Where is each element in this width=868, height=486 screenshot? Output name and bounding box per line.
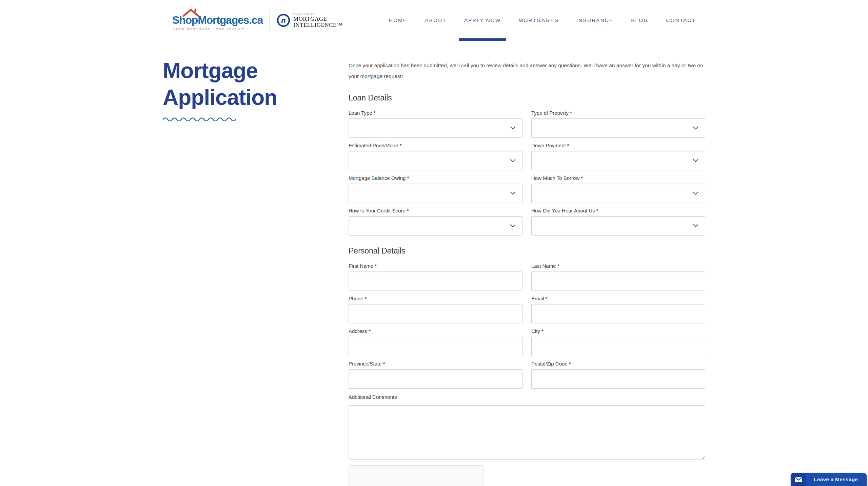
required-marker: * [375,263,377,269]
partially-visible-form-element[interactable] [349,465,484,486]
site-logo[interactable]: ShopMortgages.ca YOUR MORTGAGE · OUR FOC… [172,10,342,31]
title-column: MortgageApplication [163,57,322,486]
nav-item-about[interactable]: ABOUT [425,0,446,41]
required-marker: * [581,175,583,181]
field-how-is-your-credit-score: How Is Your Credit Score* [349,208,522,236]
required-marker: * [383,361,385,367]
phone-input[interactable] [349,304,522,323]
field-province-state: Province/State* [349,361,522,389]
mortgage-balance-owing-label: Mortgage Balance Owing* [349,175,522,181]
logo-divider [270,10,270,31]
required-marker: * [541,328,544,334]
circle-n-logo: n [277,14,290,27]
site-header: ShopMortgages.ca YOUR MORTGAGE · OUR FOC… [0,0,868,41]
email-input[interactable] [531,304,705,323]
svg-text:n: n [281,16,286,25]
required-marker: * [569,361,571,367]
field-postal-zip-code: Postal/Zip Code* [531,361,705,389]
required-marker: * [407,175,409,181]
address-input[interactable] [349,337,522,356]
required-marker: * [557,263,559,269]
city-label: City* [531,328,705,334]
how-much-to-borrow-select[interactable] [531,184,705,203]
comments-field: Additional Comments [349,394,705,461]
nav-item-apply-now[interactable]: APPLY NOW [464,0,501,41]
mortgage-balance-owing-select[interactable] [349,184,522,203]
field-estimated-price-value: Estimated Price/Value* [349,143,522,170]
field-mortgage-balance-owing: Mortgage Balance Owing* [349,175,522,203]
nav-item-home[interactable]: HOME [389,0,408,41]
powered-by-text: POWERED BY [293,13,342,15]
required-marker: * [364,296,367,301]
loan-details-heading: Loan Details [349,93,705,102]
province-state-input[interactable] [349,369,522,389]
field-first-name: First Name* [349,263,522,291]
personal-details-heading: Personal Details [349,246,705,256]
province-state-label: Province/State* [349,361,522,367]
postal-zip-code-label: Postal/Zip Code* [531,361,705,367]
loan-type-select[interactable] [349,118,522,138]
chat-button-label: Leave a Message [814,476,858,483]
intro-text: Once your application has been submitted… [349,60,705,82]
additional-comments-input[interactable] [349,405,705,460]
city-input[interactable] [531,337,705,356]
required-marker: * [374,110,376,116]
required-marker: * [596,208,598,213]
application-form: Once your application has been submitted… [349,57,705,486]
estimated-price-value-select[interactable] [349,151,522,170]
loan-type-label: Loan Type* [349,110,522,116]
phone-label: Phone* [349,296,522,301]
type-of-property-label: Type of Property* [531,110,705,116]
how-did-you-hear-about-us-label: How Did You Hear About Us* [531,208,705,213]
estimated-price-value-label: Estimated Price/Value* [349,143,522,148]
postal-zip-code-input[interactable] [531,369,705,389]
roof-icon [182,8,199,17]
nav-item-mortgages[interactable]: MORTGAGES [518,0,558,41]
required-marker: * [399,143,401,148]
how-is-your-credit-score-select[interactable] [349,216,522,236]
required-marker: * [567,143,569,148]
nav-item-blog[interactable]: BLOG [631,0,648,41]
field-email: Email* [531,296,705,323]
main-content: MortgageApplication Once your applicatio… [163,41,705,486]
leave-a-message-button[interactable]: Leave a Message [791,473,867,486]
address-label: Address* [349,328,522,334]
partner-logo: n POWERED BY MORTGAGE INTELLIGENCE™ [277,13,342,28]
envelope-icon [791,473,806,486]
required-marker: * [369,328,371,334]
field-phone: Phone* [349,296,522,323]
email-label: Email* [531,296,705,301]
main-nav: HOMEABOUTAPPLY NOWMORTGAGESINSURANCEBLOG… [389,0,696,41]
brand-tagline: YOUR MORTGAGE · OUR FOCUS™ [172,27,263,31]
nav-item-insurance[interactable]: INSURANCE [576,0,613,41]
how-is-your-credit-score-label: How Is Your Credit Score* [349,208,522,213]
field-how-did-you-hear-about-us: How Did You Hear About Us* [531,208,705,236]
how-did-you-hear-about-us-select[interactable] [531,216,705,236]
partner-name-line1: MORTGAGE [293,16,342,22]
down-payment-label: Down Payment* [531,143,705,148]
required-marker: * [570,110,572,116]
field-address: Address* [349,328,522,356]
how-much-to-borrow-label: How Much To Borrow* [531,175,705,181]
title-underline-squiggle [163,117,236,121]
type-of-property-select[interactable] [531,118,705,138]
partner-name-line2: INTELLIGENCE™ [293,22,342,28]
down-payment-select[interactable] [531,151,705,170]
field-city: City* [531,328,705,356]
field-loan-type: Loan Type* [349,110,522,138]
loan-details-grid: Loan Type*Type of Property*Estimated Pri… [349,110,705,236]
field-down-payment: Down Payment* [531,143,705,170]
personal-details-grid: First Name*Last Name*Phone*Email*Address… [349,263,705,389]
field-type-of-property: Type of Property* [531,110,705,138]
last-name-label: Last Name* [531,263,705,269]
nav-item-contact[interactable]: CONTACT [666,0,696,41]
last-name-input[interactable] [531,272,705,291]
field-how-much-to-borrow: How Much To Borrow* [531,175,705,203]
page-title: MortgageApplication [163,57,322,111]
comments-label: Additional Comments [349,394,705,400]
required-marker: * [407,208,409,213]
first-name-input[interactable] [349,272,522,291]
field-last-name: Last Name* [531,263,705,291]
first-name-label: First Name* [349,263,522,269]
required-marker: * [546,296,548,301]
